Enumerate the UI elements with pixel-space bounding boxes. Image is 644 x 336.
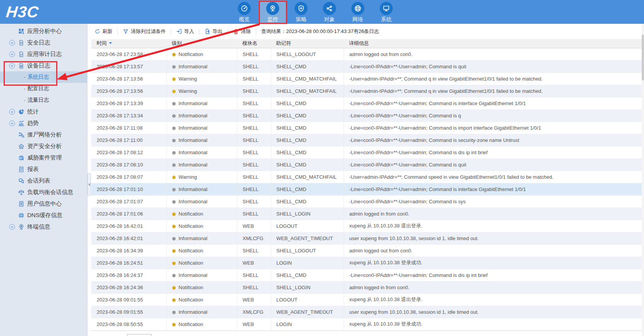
log-table-row[interactable]: 2023-06-28 17:01:06NotificationSHELLSHEL… <box>91 208 644 220</box>
sidebar: 应用分析中心»安全日志»应用审计日志»设备日志·系统日志·配置日志·流量日志»统… <box>0 24 87 336</box>
cell-time: 2023-06-28 17:13:34 <box>91 109 166 122</box>
cell-detail: -Line=con0-IPAddr=**-User=admin; Command… <box>344 109 644 122</box>
log-table-row[interactable]: 2023-06-28 17:08:07WarningSHELLSHELL_CMD… <box>91 171 644 183</box>
page-number-input[interactable] <box>127 334 152 336</box>
sidebar-item-security-log[interactable]: »安全日志 <box>0 37 87 48</box>
import-icon <box>176 28 182 35</box>
cell-time: 2023-06-28 16:24:36 <box>91 281 166 293</box>
log-table-row[interactable]: 2023-06-28 17:08:10InformationalSHELLSHE… <box>91 158 644 171</box>
sidebar-item-session-list[interactable]: 会话列表 <box>0 175 87 186</box>
log-table-row[interactable]: 2023-06-28 16:24:36NotificationSHELLSHEL… <box>91 281 644 293</box>
sidebar-item-statistics[interactable]: »统计 <box>0 106 87 117</box>
sidebar-item-botnet-analysis[interactable]: 僵尸网络分析 <box>0 129 87 140</box>
cell-time: 2023-06-28 17:08:10 <box>91 158 166 171</box>
filter-icon <box>123 28 129 35</box>
trash-icon <box>233 28 239 35</box>
nav-item-policy[interactable]: 策略 <box>287 0 315 24</box>
sidebar-item-trend[interactable]: »趋势 <box>0 117 87 129</box>
log-table-row[interactable]: 2023-06-28 17:13:39InformationalSHELLSHE… <box>91 97 644 109</box>
chevron-down-icon[interactable]: » <box>9 63 15 69</box>
log-table-row[interactable]: 2023-06-28 17:13:34InformationalSHELLSHE… <box>91 109 644 122</box>
nav-item-network[interactable]: 网络 <box>344 0 372 24</box>
column-header-time[interactable]: 时间 <box>91 39 166 48</box>
column-header-detail[interactable]: 详细信息 <box>344 39 644 48</box>
vertical-scrollbar[interactable] <box>642 24 644 336</box>
log-table-row[interactable]: 2023-06-28 17:23:58NotificationSHELLSHEL… <box>91 48 644 60</box>
cell-mnemonic: SHELL_CMD <box>271 97 344 109</box>
sidebar-item-asset-security-analysis[interactable]: 资产安全分析 <box>0 140 87 152</box>
cell-module: WEB <box>237 318 271 330</box>
sidebar-item-app-audit-log[interactable]: »应用审计日志 <box>0 48 87 60</box>
sidebar-item-terminal-info[interactable]: »终端信息 <box>0 221 87 232</box>
chevron-right-icon[interactable]: » <box>9 120 15 126</box>
log-table-row[interactable]: 2023-06-28 08:50:55NotificationWEBLOGINx… <box>91 318 644 330</box>
cell-module: WEB <box>237 293 271 306</box>
level-dot-icon <box>172 102 176 105</box>
clear-column-filters-button[interactable]: 清除列过滤条件 <box>121 28 167 35</box>
chevron-right-icon[interactable]: » <box>9 51 15 57</box>
scrollbar-thumb[interactable] <box>642 35 644 81</box>
sidebar-item-system-log[interactable]: ·系统日志 <box>0 71 87 83</box>
cell-detail: admin logged out from con0. <box>344 48 644 60</box>
nav-item-monitor[interactable]: 监控 <box>259 0 287 24</box>
sidebar-item-report[interactable]: 报表 <box>0 163 87 175</box>
sidebar-item-device-log[interactable]: »设备日志 <box>0 60 87 71</box>
sort-desc-icon[interactable] <box>109 42 112 44</box>
sidebar-item-traffic-log[interactable]: ·流量日志 <box>0 94 87 106</box>
sidebar-item-threat-case-management[interactable]: 威胁案件管理 <box>0 152 87 163</box>
cell-detail: -Line=con0-IPAddr=**-User=admin; Command… <box>344 158 644 171</box>
cell-detail: -Line=con0-IPAddr=**-User=admin; Command… <box>344 122 644 134</box>
log-table-row[interactable]: 2023-06-28 16:42:01InformationalXMLCFGWE… <box>91 232 644 244</box>
nav-item-label: 对象 <box>324 16 335 23</box>
log-table-row[interactable]: 2023-06-28 16:34:39NotificationSHELLSHEL… <box>91 244 644 257</box>
cell-level: Notification <box>166 257 237 269</box>
export-button[interactable]: 导出 <box>203 28 224 35</box>
chevron-right-icon[interactable]: » <box>9 40 15 46</box>
level-dot-icon <box>172 298 176 302</box>
log-table-row[interactable]: 2023-06-28 16:42:01NotificationWEBLOGOUT… <box>91 220 644 232</box>
sidebar-item-config-log[interactable]: ·配置日志 <box>0 83 87 94</box>
sidebar-item-app-analysis-center[interactable]: 应用分析中心 <box>0 25 87 37</box>
cell-detail: -Line=con0-IPAddr=**-User=admin; Command… <box>344 60 644 72</box>
column-header-mnemonic[interactable]: 助记符 <box>271 39 344 48</box>
log-table-row[interactable]: 2023-06-28 17:13:56WarningSHELLSHELL_CMD… <box>91 72 644 85</box>
sidebar-item-dns-cache-info[interactable]: DNS缓存信息 <box>0 209 87 221</box>
log-table-row[interactable]: 2023-06-28 16:24:37InformationalSHELLSHE… <box>91 269 644 281</box>
nav-item-overview[interactable]: 概览 <box>230 0 259 24</box>
sidebar-item-label: 负载均衡会话信息 <box>27 189 73 196</box>
session-icon <box>18 177 25 184</box>
cell-level: Informational <box>166 97 237 109</box>
refresh-button[interactable]: 刷新 <box>93 28 114 35</box>
log-table-row[interactable]: 2023-06-28 09:01:55InformationalXMLCFGWE… <box>91 306 644 318</box>
chevron-right-icon[interactable]: » <box>9 109 15 115</box>
nav-item-system[interactable]: 系统 <box>372 0 400 24</box>
app-grid-icon <box>18 28 25 35</box>
nav-item-object[interactable]: 对象 <box>315 0 344 24</box>
level-dot-icon <box>172 311 176 314</box>
log-table-row[interactable]: 2023-06-28 17:01:07InformationalSHELLSHE… <box>91 195 644 208</box>
log-table-row[interactable]: 2023-06-28 17:08:12InformationalSHELLSHE… <box>91 146 644 158</box>
import-button[interactable]: 导入 <box>175 28 196 35</box>
column-header-module[interactable]: 模块名 <box>237 39 271 48</box>
log-table-row[interactable]: 2023-06-28 17:11:08InformationalSHELLSHE… <box>91 122 644 134</box>
sidebar-collapse-handle[interactable] <box>87 173 91 196</box>
cell-level: Informational <box>166 269 237 281</box>
log-table-row[interactable]: 2023-06-28 17:01:10InformationalSHELLSHE… <box>91 183 644 195</box>
cell-time: 2023-06-28 08:50:55 <box>91 318 166 330</box>
cell-detail: -Line=con0-IPAddr=**-User=admin; Command… <box>344 134 644 146</box>
sidebar-item-label: 用户信息中心 <box>27 200 62 208</box>
log-table-row[interactable]: 2023-06-28 17:13:56WarningSHELLSHELL_CMD… <box>91 85 644 97</box>
log-table-row[interactable]: 2023-06-28 09:01:55NotificationWEBLOGOUT… <box>91 293 644 306</box>
chevron-right-icon[interactable]: » <box>9 224 15 230</box>
log-table-row[interactable]: 2023-06-28 17:13:57InformationalSHELLSHE… <box>91 60 644 72</box>
log-table-row[interactable]: 2023-06-28 16:24:51NotificationWEBLOGINx… <box>91 257 644 269</box>
cell-level: Informational <box>166 109 237 122</box>
column-header-level[interactable]: 级别 <box>166 39 237 48</box>
sidebar-item-user-info-center[interactable]: 用户信息中心 <box>0 198 87 209</box>
cell-detail: -Line=con0-IPAddr=**-User=admin; Command… <box>344 269 644 281</box>
clear-button[interactable]: 清除 <box>231 28 252 35</box>
cell-mnemonic: SHELL_CMD <box>271 60 344 72</box>
cell-detail: -User=admin-IPAddr=**; Command q in view… <box>344 72 644 85</box>
log-table-row[interactable]: 2023-06-28 17:11:00InformationalSHELLSHE… <box>91 134 644 146</box>
sidebar-item-lb-session-info[interactable]: 负载均衡会话信息 <box>0 186 87 198</box>
